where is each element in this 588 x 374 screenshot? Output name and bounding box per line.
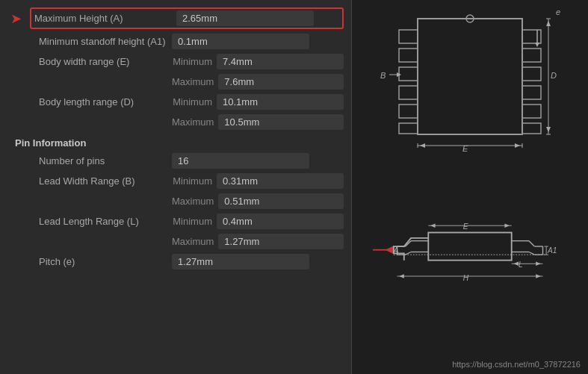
max-label-lw: Maximum [172, 196, 218, 207]
num-pins-input[interactable] [172, 153, 309, 169]
body-width-min-row: Body width range (E) Minimum [30, 54, 344, 69]
lead-length-group: Lead Length Range (L) Minimum Maximum [30, 214, 344, 249]
body-length-max-row: Maximum [30, 114, 344, 130]
pin-info-title: Pin Information [15, 137, 344, 149]
num-pins-label: Number of pins [30, 155, 172, 166]
num-pins-row: Number of pins [30, 153, 344, 169]
svg-text:E: E [463, 222, 468, 230]
lead-length-min-row: Lead Length Range (L) Minimum [30, 214, 344, 229]
min-label-ll: Minimum [172, 216, 217, 227]
body-width-min-input[interactable] [217, 54, 344, 69]
pitch-row: Pitch (e) [30, 254, 344, 269]
lead-length-max-row: Maximum [30, 234, 344, 249]
lead-length-max-input[interactable] [218, 234, 344, 249]
lead-width-group: Lead Width Range (B) Minimum Maximum [30, 173, 344, 209]
right-panel: e D B E [351, 0, 588, 374]
website-label: https://blog.csdn.net/m0_37872216 [452, 360, 584, 370]
left-panel: ➤ Maximum Height (A) Minimum standoff he… [0, 0, 351, 374]
pitch-label: Pitch (e) [30, 256, 172, 267]
lead-width-min-row: Lead Width Range (B) Minimum [30, 173, 344, 189]
min-label-bw: Minimum [172, 56, 217, 67]
svg-rect-32 [373, 198, 567, 316]
svg-text:e: e [556, 7, 560, 16]
pitch-input[interactable] [172, 254, 309, 269]
body-width-group: Body width range (E) Minimum Maximum [30, 54, 344, 90]
svg-text:L: L [519, 260, 523, 268]
min-label-lw: Minimum [172, 175, 217, 187]
lead-length-min-input[interactable] [217, 214, 344, 229]
svg-text:D: D [551, 71, 557, 80]
body-length-label: Body length range (D) [30, 96, 172, 107]
body-width-max-row: Maximum [30, 74, 344, 90]
svg-rect-0 [373, 4, 567, 153]
lead-width-label: Lead Width Range (B) [30, 175, 172, 187]
svg-text:A1: A1 [547, 246, 557, 255]
lead-width-max-row: Maximum [30, 193, 344, 209]
max-height-input[interactable] [176, 10, 314, 26]
max-height-row: ➤ Maximum Height (A) [30, 7, 344, 29]
body-width-max-input[interactable] [218, 74, 344, 90]
body-length-max-input[interactable] [218, 114, 344, 130]
body-length-min-input[interactable] [217, 94, 344, 110]
lead-width-max-input[interactable] [218, 193, 344, 209]
min-standoff-row: Minimum standoff height (A1) [30, 34, 344, 49]
max-label-bl: Maximum [172, 116, 218, 128]
body-width-label: Body width range (E) [30, 56, 172, 67]
svg-text:B: B [380, 71, 386, 80]
body-length-group: Body length range (D) Minimum Maximum [30, 94, 344, 130]
lead-length-label: Lead Length Range (L) [30, 216, 172, 227]
top-diagram: e D B E [373, 4, 567, 153]
min-standoff-input[interactable] [172, 34, 309, 49]
svg-text:H: H [463, 274, 469, 282]
min-label-bl: Minimum [172, 96, 217, 107]
max-height-label: Maximum Height (A) [34, 13, 176, 24]
arrow-icon: ➤ [10, 10, 22, 27]
bottom-diagram: A E A1 L [373, 190, 567, 324]
max-label-bw: Maximum [172, 76, 218, 87]
max-label-ll: Maximum [172, 236, 218, 247]
body-length-min-row: Body length range (D) Minimum [30, 94, 344, 110]
lead-width-min-input[interactable] [217, 173, 344, 189]
min-standoff-label: Minimum standoff height (A1) [30, 36, 172, 47]
